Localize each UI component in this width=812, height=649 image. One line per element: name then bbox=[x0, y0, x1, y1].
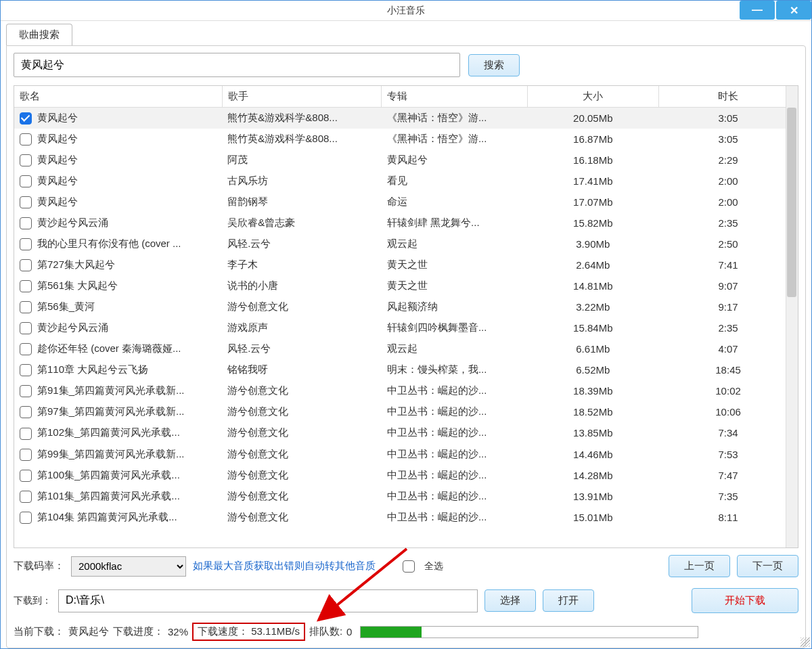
artist-cell: 李子木 bbox=[222, 254, 382, 275]
row-checkbox[interactable] bbox=[20, 406, 32, 418]
open-folder-button[interactable]: 打开 bbox=[543, 589, 594, 612]
search-input[interactable] bbox=[14, 53, 460, 77]
table-row[interactable]: 黄风起兮留韵钢琴命运17.07Mb2:00 bbox=[14, 192, 798, 212]
size-cell: 6.61Mb bbox=[527, 338, 659, 359]
table-row[interactable]: 趁你还年轻 (cover 秦海璐薇娅...风轻.云兮观云起6.61Mb4:07 bbox=[14, 338, 798, 359]
col-duration[interactable]: 时长 bbox=[659, 86, 798, 108]
song-name: 第91集_第四篇黄河风光承载新... bbox=[37, 384, 185, 396]
row-checkbox[interactable] bbox=[20, 385, 32, 397]
scrollbar[interactable] bbox=[786, 86, 798, 547]
row-checkbox[interactable] bbox=[20, 259, 32, 271]
album-cell: 黄天之世 bbox=[382, 275, 527, 296]
choose-path-button[interactable]: 选择 bbox=[484, 589, 536, 612]
table-row[interactable]: 黄风起兮熊竹英&游戏科学&808...《黑神话：悟空》游...16.87Mb3:… bbox=[14, 129, 798, 150]
row-checkbox[interactable] bbox=[20, 322, 32, 334]
artist-cell: 古风乐坊 bbox=[222, 171, 382, 192]
table-row[interactable]: 第99集_第四篇黄河风光承载新...游兮创意文化中卫丛书：崛起的沙...14.4… bbox=[14, 444, 798, 465]
table-row[interactable]: 第104集 第四篇黄河风光承载...游兮创意文化中卫丛书：崛起的沙...15.0… bbox=[14, 507, 798, 528]
download-row: 下载到： 选择 打开 开始下载 bbox=[14, 588, 798, 613]
table-row[interactable]: 黄风起兮古风乐坊看见17.41Mb2:00 bbox=[14, 171, 798, 192]
row-checkbox[interactable] bbox=[20, 491, 32, 503]
download-to-label: 下载到： bbox=[14, 595, 51, 607]
song-name: 黄风起兮 bbox=[37, 196, 78, 207]
table-row[interactable]: 第110章 大风起兮云飞扬铭铭我呀明末：馒头榨菜，我...6.52Mb18:45 bbox=[14, 359, 798, 380]
artist-cell: 熊竹英&游戏科学&808... bbox=[222, 108, 382, 129]
table-row[interactable]: 第91集_第四篇黄河风光承载新...游兮创意文化中卫丛书：崛起的沙...18.3… bbox=[14, 380, 798, 401]
artist-cell: 风轻.云兮 bbox=[222, 233, 382, 254]
tab-search[interactable]: 歌曲搜索 bbox=[6, 24, 72, 45]
search-button[interactable]: 搜索 bbox=[468, 54, 520, 76]
select-all-checkbox[interactable] bbox=[403, 560, 415, 573]
row-checkbox[interactable] bbox=[20, 343, 32, 355]
row-checkbox[interactable] bbox=[20, 112, 32, 125]
row-checkbox[interactable] bbox=[20, 470, 32, 482]
current-download-value: 黄风起兮 bbox=[68, 625, 109, 638]
album-cell: 中卫丛书：崛起的沙... bbox=[382, 422, 527, 443]
table-row[interactable]: 黄沙起兮风云涌吴欣睿&曾志豪轩辕剑肆 黑龙舞兮...15.82Mb2:35 bbox=[14, 212, 798, 233]
row-checkbox[interactable] bbox=[20, 133, 32, 146]
artist-cell: 游兮创意文化 bbox=[222, 380, 382, 401]
scrollbar-thumb[interactable] bbox=[787, 108, 796, 297]
row-checkbox[interactable] bbox=[20, 196, 32, 208]
download-path-input[interactable] bbox=[58, 589, 478, 612]
prev-page-button[interactable]: 上一页 bbox=[669, 555, 730, 577]
row-checkbox[interactable] bbox=[20, 217, 32, 229]
row-checkbox[interactable] bbox=[20, 364, 32, 376]
size-cell: 15.84Mb bbox=[527, 317, 659, 338]
table-row[interactable]: 黄风起兮熊竹英&游戏科学&808...《黑神话：悟空》游...20.05Mb3:… bbox=[14, 108, 798, 129]
row-checkbox[interactable] bbox=[20, 301, 32, 313]
row-checkbox[interactable] bbox=[20, 449, 32, 461]
bitrate-select[interactable]: 2000kflac bbox=[71, 556, 186, 577]
row-checkbox[interactable] bbox=[20, 175, 32, 187]
song-name: 黄风起兮 bbox=[37, 175, 78, 186]
row-checkbox[interactable] bbox=[20, 154, 32, 166]
row-checkbox[interactable] bbox=[20, 280, 32, 292]
table-row[interactable]: 黄沙起兮风云涌游戏原声轩辕剑四吟枫舞墨音...15.84Mb2:35 bbox=[14, 317, 798, 338]
artist-cell: 游兮创意文化 bbox=[222, 296, 382, 317]
speed-label: 下载速度： bbox=[198, 625, 248, 637]
minimize-button[interactable]: — bbox=[740, 1, 775, 20]
duration-cell: 18:45 bbox=[659, 359, 798, 380]
duration-cell: 7:47 bbox=[659, 465, 798, 486]
col-name[interactable]: 歌名 bbox=[14, 86, 222, 108]
size-cell: 14.28Mb bbox=[527, 465, 659, 486]
table-row[interactable]: 第100集_第四篇黄河风光承载...游兮创意文化中卫丛书：崛起的沙...14.2… bbox=[14, 465, 798, 486]
album-cell: 中卫丛书：崛起的沙... bbox=[382, 465, 527, 486]
artist-cell: 熊竹英&游戏科学&808... bbox=[222, 129, 382, 150]
next-page-button[interactable]: 下一页 bbox=[737, 555, 798, 577]
row-checkbox[interactable] bbox=[20, 512, 32, 524]
size-cell: 14.46Mb bbox=[527, 444, 659, 465]
table-row[interactable]: 黄风起兮阿茂黄风起兮16.18Mb2:29 bbox=[14, 150, 798, 171]
col-artist[interactable]: 歌手 bbox=[222, 86, 382, 108]
table-row[interactable]: 第102集_第四篇黄河风光承载...游兮创意文化中卫丛书：崛起的沙...13.8… bbox=[14, 422, 798, 443]
row-checkbox[interactable] bbox=[20, 238, 32, 250]
song-name: 黄风起兮 bbox=[37, 112, 78, 123]
song-name: 我的心里只有你没有他 (cover ... bbox=[37, 238, 181, 249]
size-cell: 17.41Mb bbox=[527, 171, 659, 192]
table-row[interactable]: 第56集_黄河游兮创意文化风起额济纳3.22Mb9:17 bbox=[14, 296, 798, 317]
close-button[interactable]: ✕ bbox=[776, 1, 811, 20]
col-album[interactable]: 专辑 bbox=[382, 86, 527, 108]
table-row[interactable]: 第101集_第四篇黄河风光承载...游兮创意文化中卫丛书：崛起的沙...13.9… bbox=[14, 486, 798, 507]
album-cell: 《黑神话：悟空》游... bbox=[382, 108, 527, 129]
duration-cell: 10:06 bbox=[659, 401, 798, 422]
artist-cell: 留韵钢琴 bbox=[222, 192, 382, 212]
table-row[interactable]: 第727集大风起兮李子木黄天之世2.64Mb7:41 bbox=[14, 254, 798, 275]
col-size[interactable]: 大小 bbox=[527, 86, 659, 108]
resize-grip-icon[interactable] bbox=[800, 637, 810, 647]
artist-cell: 游戏原声 bbox=[222, 317, 382, 338]
duration-cell: 7:53 bbox=[659, 444, 798, 465]
size-cell: 3.22Mb bbox=[527, 296, 659, 317]
size-cell: 18.52Mb bbox=[527, 401, 659, 422]
start-download-button[interactable]: 开始下载 bbox=[692, 588, 798, 613]
album-cell: 观云起 bbox=[382, 338, 527, 359]
table-row[interactable]: 第97集_第四篇黄河风光承载新...游兮创意文化中卫丛书：崛起的沙...18.5… bbox=[14, 401, 798, 422]
song-name: 第104集 第四篇黄河风光承载... bbox=[37, 511, 177, 522]
row-checkbox[interactable] bbox=[20, 428, 32, 440]
table-row[interactable]: 我的心里只有你没有他 (cover ...风轻.云兮观云起3.90Mb2:50 bbox=[14, 233, 798, 254]
album-cell: 命运 bbox=[382, 192, 527, 212]
song-name: 黄风起兮 bbox=[37, 133, 78, 144]
app-window: 小汪音乐 — ✕ 歌曲搜索 搜索 歌名 歌手 专辑 大小 时长 bbox=[0, 0, 812, 649]
table-row[interactable]: 第561集 大风起兮说书的小唐黄天之世14.81Mb9:07 bbox=[14, 275, 798, 296]
song-name: 第97集_第四篇黄河风光承载新... bbox=[37, 405, 185, 417]
